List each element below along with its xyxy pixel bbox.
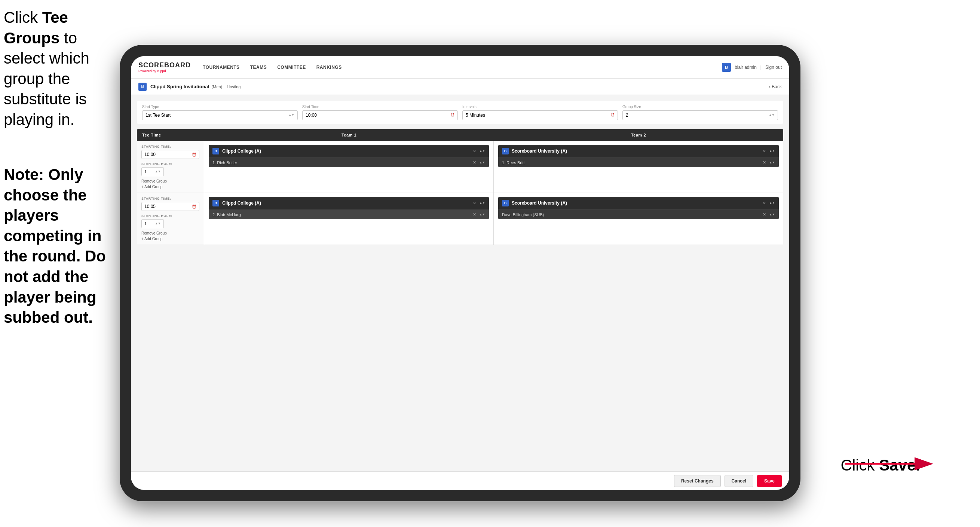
- table-row: STARTING TIME: 10:05 ⏰ STARTING HOLE: 1 …: [137, 193, 783, 245]
- hole-arrows-1: ▲▼: [155, 170, 161, 173]
- tee-actions-2: Remove Group + Add Group: [142, 231, 199, 241]
- start-time-label: Start Time: [302, 105, 458, 109]
- starting-hole-label-1: STARTING HOLE:: [142, 162, 199, 166]
- config-row: Start Type 1st Tee Start ▲▼ Start Time 1…: [137, 101, 783, 124]
- starting-time-input-2[interactable]: 10:05 ⏰: [142, 202, 199, 211]
- player-remove-2-1[interactable]: ✕: [763, 160, 766, 165]
- team1-name-2: Clippd College (A): [222, 201, 470, 206]
- team2-arrows-1[interactable]: ▲▼: [769, 150, 775, 153]
- time-icon-2: ⏰: [192, 205, 196, 209]
- add-group-btn-2[interactable]: + Add Group: [142, 237, 199, 241]
- player-remove-1-2[interactable]: ✕: [473, 212, 476, 217]
- instruction-text-right: Click Save.: [841, 456, 920, 474]
- player-arrows-1-1[interactable]: ▲▼: [479, 161, 485, 164]
- remove-group-btn-1[interactable]: Remove Group: [142, 179, 199, 183]
- tee-time-cell-1: STARTING TIME: 10:00 ⏰ STARTING HOLE: 1 …: [137, 141, 204, 193]
- player-remove-1-1[interactable]: ✕: [473, 160, 476, 165]
- back-button[interactable]: ‹ Back: [769, 84, 782, 89]
- player-controls-1-2: ✕ ▲▼: [473, 212, 485, 217]
- team2-header-1: B Scoreboard University (A) ✕ ▲▼: [498, 145, 779, 158]
- nav-right: B blair admin | Sign out: [722, 63, 782, 72]
- team2-card-1: B Scoreboard University (A) ✕ ▲▼ 1. Rees…: [498, 145, 779, 167]
- time-icon-1: ⏰: [192, 153, 196, 157]
- player-remove-2-2[interactable]: ✕: [763, 212, 766, 217]
- start-type-input[interactable]: 1st Tee Start ▲▼: [142, 110, 298, 120]
- starting-time-input-1[interactable]: 10:00 ⏰: [142, 150, 199, 159]
- team2-name-1: Scoreboard University (A): [512, 148, 760, 154]
- user-avatar: B: [722, 63, 731, 72]
- team2-remove-2[interactable]: ✕: [763, 201, 766, 206]
- player-name-2-2: Dave Billingham (SUB): [502, 212, 760, 217]
- team2-badge-1: B: [502, 148, 509, 154]
- instruction-text-bottom: Note: Only choose the players competing …: [4, 166, 106, 326]
- add-group-btn-1[interactable]: + Add Group: [142, 185, 199, 189]
- logo-sub: Powered by clippd: [138, 69, 191, 73]
- reset-changes-button[interactable]: Reset Changes: [674, 475, 721, 487]
- table-header: Tee Time Team 1 Team 2: [137, 129, 783, 141]
- start-type-field: Start Type 1st Tee Start ▲▼: [142, 105, 298, 120]
- instruction-right: Click Save.: [841, 456, 920, 474]
- tee-actions-1: Remove Group + Add Group: [142, 179, 199, 189]
- tee-groups-bold: Tee Groups: [4, 9, 68, 47]
- team2-name-2: Scoreboard University (A): [512, 201, 760, 206]
- save-button[interactable]: Save: [757, 475, 782, 487]
- sign-out-link[interactable]: Sign out: [765, 65, 782, 70]
- team1-card-1: B Clippd College (A) ✕ ▲▼ 1. Rich Butler: [209, 145, 489, 167]
- team1-cell-1: B Clippd College (A) ✕ ▲▼ 1. Rich Butler: [204, 141, 494, 193]
- starting-hole-input-1[interactable]: 1 ▲▼: [142, 167, 164, 176]
- group-size-field: Group Size 2 ▲▼: [622, 105, 778, 120]
- team1-header-1: B Clippd College (A) ✕ ▲▼: [209, 145, 489, 158]
- team1-remove-2[interactable]: ✕: [473, 201, 476, 206]
- group-size-label: Group Size: [622, 105, 778, 109]
- logo: SCOREBOARD Powered by clippd: [138, 61, 191, 73]
- intervals-arrows: ⏰: [611, 114, 614, 117]
- header-team1: Team 1: [204, 129, 494, 141]
- tournament-gender: (Men): [212, 84, 222, 89]
- nav-divider: |: [760, 65, 762, 70]
- tablet-frame: SCOREBOARD Powered by clippd TOURNAMENTS…: [120, 45, 800, 501]
- start-time-arrows: ⏰: [451, 114, 455, 117]
- header-team2: Team 2: [494, 129, 783, 141]
- player-row-1-2: 2. Blair McHarg ✕ ▲▼: [209, 209, 489, 219]
- team2-header-2: B Scoreboard University (A) ✕ ▲▼: [498, 197, 779, 209]
- nav-rankings[interactable]: RANKINGS: [316, 63, 343, 72]
- team2-remove-1[interactable]: ✕: [763, 149, 766, 154]
- team1-arrows-2[interactable]: ▲▼: [479, 202, 485, 205]
- cancel-button[interactable]: Cancel: [724, 475, 753, 487]
- start-time-field: Start Time 10:00 ⏰: [302, 105, 458, 120]
- starting-hole-input-2[interactable]: 1 ▲▼: [142, 219, 164, 228]
- group-size-arrows: ▲▼: [768, 114, 775, 117]
- team2-controls-1: ✕ ▲▼: [763, 149, 775, 154]
- tablet-screen: SCOREBOARD Powered by clippd TOURNAMENTS…: [131, 56, 789, 490]
- header-tee-time: Tee Time: [137, 129, 204, 141]
- player-arrows-2-1[interactable]: ▲▼: [769, 161, 775, 164]
- starting-time-label-2: STARTING TIME:: [142, 197, 199, 201]
- footer: Reset Changes Cancel Save: [131, 471, 789, 490]
- intervals-label: Intervals: [462, 105, 618, 109]
- player-arrows-2-2[interactable]: ▲▼: [769, 213, 775, 216]
- player-arrows-1-2[interactable]: ▲▼: [479, 213, 485, 216]
- player-name-1-2: 2. Blair McHarg: [212, 212, 470, 217]
- note-bold: Note: Only choose the players competing …: [4, 166, 106, 326]
- team1-controls-2: ✕ ▲▼: [473, 201, 485, 206]
- remove-group-btn-2[interactable]: Remove Group: [142, 231, 199, 235]
- nav-committee[interactable]: COMMITTEE: [277, 63, 307, 72]
- start-time-input[interactable]: 10:00 ⏰: [302, 110, 458, 120]
- team1-remove-1[interactable]: ✕: [473, 149, 476, 154]
- team1-arrows-1[interactable]: ▲▼: [479, 150, 485, 153]
- team1-badge-1: B: [212, 148, 219, 154]
- group-size-input[interactable]: 2 ▲▼: [622, 110, 778, 120]
- instruction-top: Click Tee Groups to select which group t…: [4, 8, 120, 130]
- nav-tournaments[interactable]: TOURNAMENTS: [202, 63, 240, 72]
- nav-teams[interactable]: TEAMS: [250, 63, 268, 72]
- user-name: blair admin: [735, 65, 757, 70]
- hole-arrows-2: ▲▼: [155, 222, 161, 225]
- team2-badge-2: B: [502, 200, 509, 207]
- player-name-2-1: 1. Rees Britt: [502, 161, 760, 165]
- intervals-input[interactable]: 5 Minutes ⏰: [462, 110, 618, 120]
- team2-arrows-2[interactable]: ▲▼: [769, 202, 775, 205]
- start-type-label: Start Type: [142, 105, 298, 109]
- start-type-arrows: ▲▼: [288, 114, 294, 117]
- team1-card-2: B Clippd College (A) ✕ ▲▼ 2. Blair McHar…: [209, 197, 489, 219]
- save-bold: Save.: [879, 456, 920, 474]
